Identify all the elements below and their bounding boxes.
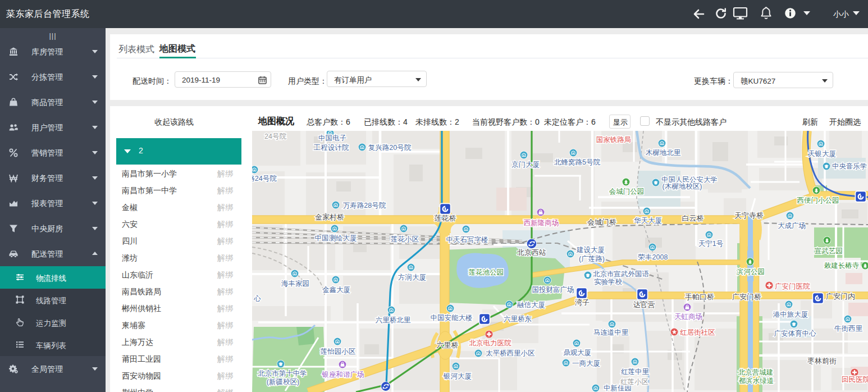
svg-text:(木樨地校区): (木樨地校区) bbox=[663, 183, 702, 190]
svg-text:北京市第十中学: 北京市第十中学 bbox=[258, 370, 307, 377]
svg-text:建设大厦: 建设大厦 bbox=[576, 246, 605, 254]
svg-text:大成广场: 大成广场 bbox=[778, 222, 806, 230]
svg-text:手帕口桥: 手帕口桥 bbox=[685, 293, 714, 301]
svg-text:枣林前街: 枣林前街 bbox=[807, 357, 837, 365]
svg-text:路24号院: 路24号院 bbox=[252, 175, 277, 183]
svg-text:国投财富广场: 国投财富广场 bbox=[532, 286, 574, 294]
svg-text:天银大厦: 天银大厦 bbox=[808, 150, 836, 158]
svg-text:六里桥: 六里桥 bbox=[437, 341, 459, 349]
svg-text:方润大厦: 方润大厦 bbox=[398, 274, 426, 281]
svg-text:(广莲路): (广莲路) bbox=[579, 255, 605, 263]
svg-text:天宁1号: 天宁1号 bbox=[698, 240, 723, 248]
svg-text:莲花桥: 莲花桥 bbox=[435, 214, 456, 222]
svg-text:广安体育中心: 广安体育中心 bbox=[774, 329, 817, 338]
svg-text:心: 心 bbox=[254, 295, 261, 303]
svg-text:莲怡园小区: 莲怡园小区 bbox=[321, 348, 356, 355]
svg-text:广安门内: 广安门内 bbox=[826, 292, 855, 300]
svg-text:天宁寺桥: 天宁寺桥 bbox=[734, 211, 764, 220]
svg-text:金鑫大厦: 金鑫大厦 bbox=[322, 286, 350, 294]
svg-text:港中旅大厦: 港中旅大厦 bbox=[773, 311, 808, 318]
svg-text:京门大厦: 京门大厦 bbox=[511, 161, 540, 168]
svg-text:万寿路28号院: 万寿路28号院 bbox=[343, 202, 386, 209]
svg-text:红居街社区: 红居街社区 bbox=[680, 329, 715, 336]
svg-text:莲花小区: 莲花小区 bbox=[391, 235, 419, 243]
svg-text:金家村桥: 金家村桥 bbox=[315, 213, 344, 221]
svg-text:中国测绘大厦: 中国测绘大厦 bbox=[315, 234, 357, 242]
svg-text:北京电力医院: 北京电力医院 bbox=[469, 339, 512, 347]
svg-text:海丰家园: 海丰家园 bbox=[281, 280, 309, 288]
svg-text:太平桥西里小区: 太平桥西里小区 bbox=[486, 349, 535, 357]
svg-text:中国安能大楼: 中国安能大楼 bbox=[431, 314, 473, 322]
svg-text:天虹商场: 天虹商场 bbox=[674, 313, 702, 321]
svg-text:北京西站: 北京西站 bbox=[517, 248, 546, 257]
svg-text:工程设计院: 工程设计院 bbox=[314, 144, 349, 152]
svg-text:华天大厦: 华天大厦 bbox=[634, 217, 662, 225]
svg-text:六里桥北里: 六里桥北里 bbox=[376, 316, 411, 324]
svg-text:达官营: 达官营 bbox=[633, 300, 655, 309]
svg-text:六里桥东: 六里桥东 bbox=[504, 315, 532, 323]
svg-text:西便门小公园: 西便门小公园 bbox=[797, 197, 839, 204]
svg-text:银河大厦: 银河大厦 bbox=[443, 372, 472, 380]
svg-text:湾子: 湾子 bbox=[575, 298, 590, 307]
svg-text:北京营城建: 北京营城建 bbox=[738, 368, 774, 376]
svg-text:红莲中里: 红莲中里 bbox=[621, 368, 650, 376]
svg-text:滨河公园: 滨河公园 bbox=[736, 268, 765, 276]
svg-text:北京市宣武外国语: 北京市宣武外国语 bbox=[593, 270, 650, 278]
svg-text:24号院: 24号院 bbox=[264, 133, 286, 140]
svg-text:木樨地北里: 木樨地北里 bbox=[646, 149, 681, 157]
svg-text:敕建长椿寺: 敕建长椿寺 bbox=[824, 262, 860, 270]
svg-text:北蜂窝路5号院: 北蜂窝路5号院 bbox=[554, 158, 600, 166]
svg-text:马连道中里: 马连道中里 bbox=[593, 329, 629, 336]
svg-text:(新疆校区): (新疆校区) bbox=[267, 378, 299, 386]
svg-text:荣丰2008: 荣丰2008 bbox=[638, 253, 668, 261]
svg-text:银座和谐广场: 银座和谐广场 bbox=[322, 371, 364, 379]
svg-text:实验学校: 实验学校 bbox=[594, 278, 623, 286]
svg-text:鼎观大厦: 鼎观大厦 bbox=[563, 349, 591, 357]
svg-text:西新隆商场: 西新隆商场 bbox=[524, 219, 559, 227]
svg-text:中天石写字楼: 中天石写字楼 bbox=[446, 236, 488, 244]
svg-text:广安门医院: 广安门医院 bbox=[775, 282, 810, 290]
svg-text:国家铁路局: 国家铁路局 bbox=[596, 136, 632, 144]
svg-text:回民医院: 回民医院 bbox=[842, 376, 868, 384]
svg-text:会城门桥: 会城门桥 bbox=[587, 218, 616, 226]
svg-text:都滨水绿道: 都滨水绿道 bbox=[738, 377, 774, 385]
svg-text:莲花池公园: 莲花池公园 bbox=[469, 268, 504, 276]
svg-text:一商大厦: 一商大厦 bbox=[572, 359, 600, 367]
svg-text:牛街西里: 牛街西里 bbox=[834, 325, 863, 332]
svg-text:复兴路20号院: 复兴路20号院 bbox=[368, 144, 412, 152]
svg-text:中央音乐学: 中央音乐学 bbox=[832, 162, 867, 170]
svg-text:宣武艺园: 宣武艺园 bbox=[815, 247, 843, 255]
svg-text:广安门桥: 广安门桥 bbox=[732, 293, 761, 301]
svg-text:融信大厦: 融信大厦 bbox=[517, 301, 545, 309]
svg-text:中国电子: 中国电子 bbox=[318, 134, 347, 142]
svg-text:白云桥: 白云桥 bbox=[682, 214, 704, 222]
svg-text:会城门公园: 会城门公园 bbox=[609, 188, 645, 195]
svg-text:红莲小区: 红莲小区 bbox=[620, 378, 649, 386]
